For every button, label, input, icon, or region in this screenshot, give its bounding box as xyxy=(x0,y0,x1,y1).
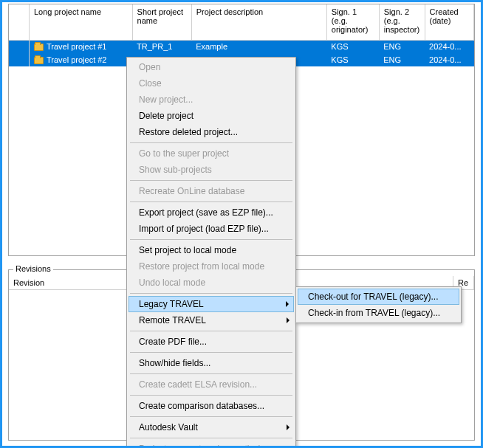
chevron-right-icon xyxy=(287,317,290,323)
col-header-handle[interactable] xyxy=(9,4,29,40)
menu-separator xyxy=(130,293,292,294)
menu-autodesk-vault[interactable]: Autodesk Vault xyxy=(129,419,294,435)
cell-s2: ENG xyxy=(379,40,425,53)
menu-separator xyxy=(130,416,292,417)
col-header-sign2[interactable]: Sign. 2 (e.g. inspector) xyxy=(379,4,425,40)
menu-create-pdf[interactable]: Create PDF file... xyxy=(129,334,294,350)
menu-elsa-revision[interactable]: Create cadett ELSA revision... xyxy=(129,376,294,393)
menu-export-ezp[interactable]: Export project (save as EZP file)... xyxy=(129,204,294,221)
col-header-desc[interactable]: Project description xyxy=(191,4,326,40)
cell-date: 2024-0... xyxy=(425,40,473,53)
menu-recreate-online[interactable]: Recreate OnLine database xyxy=(129,183,294,199)
cell-date: 2024-0... xyxy=(425,53,473,66)
menu-separator xyxy=(130,331,292,331)
menu-restore-deleted[interactable]: Restore deleted project... xyxy=(129,124,294,140)
menu-legacy-travel[interactable]: Legacy TRAVEL xyxy=(129,296,294,312)
menu-separator xyxy=(130,180,292,181)
table-row[interactable]: Travel project #1 TR_PR_1 Example KGS EN… xyxy=(9,40,474,53)
menu-separator xyxy=(130,438,292,438)
menu-separator xyxy=(130,142,292,143)
submenu-checkin[interactable]: Check-in from TRAVEL (legacy)... xyxy=(298,305,459,321)
menu-delete-project[interactable]: Delete project xyxy=(129,108,294,124)
menu-remote-travel[interactable]: Remote TRAVEL xyxy=(129,312,294,328)
cell-short: TR_PR_1 xyxy=(132,40,191,53)
menu-new-project[interactable]: New project... xyxy=(129,92,294,108)
col-header-created[interactable]: Created (date) xyxy=(425,4,473,40)
menu-legacy-label: Legacy TRAVEL xyxy=(139,299,204,309)
menu-undo-local[interactable]: Undo local mode xyxy=(129,275,294,291)
chevron-right-icon xyxy=(287,424,290,430)
legacy-travel-submenu: Check-out for TRAVEL (legacy)... Check-i… xyxy=(295,286,462,323)
cell-s1: KGS xyxy=(326,53,379,66)
menu-project-params[interactable]: Project parameters (properties)... xyxy=(129,441,294,448)
menu-go-super[interactable]: Go to the super project xyxy=(129,145,294,162)
menu-close[interactable]: Close xyxy=(129,75,294,92)
menu-separator xyxy=(130,201,292,202)
menu-set-local[interactable]: Set project to local mode xyxy=(129,242,294,258)
cell-name: Travel project #1 xyxy=(47,42,107,51)
menu-separator xyxy=(130,373,292,374)
menu-open[interactable]: Open xyxy=(129,59,294,75)
menu-comparison-db[interactable]: Create comparison databases... xyxy=(129,398,294,414)
folder-icon xyxy=(34,57,44,64)
context-menu: Open Close New project... Delete project… xyxy=(126,57,296,448)
cell-desc: Example xyxy=(191,40,326,53)
menu-separator xyxy=(130,239,292,240)
menu-show-sub[interactable]: Show sub-projects xyxy=(129,162,294,178)
col-header-short[interactable]: Short project name xyxy=(132,4,191,40)
submenu-checkout[interactable]: Check-out for TRAVEL (legacy)... xyxy=(298,289,459,305)
menu-show-hide-fields[interactable]: Show/hide fields... xyxy=(129,355,294,371)
cell-s1: KGS xyxy=(326,40,379,53)
menu-separator xyxy=(130,352,292,353)
menu-restore-local[interactable]: Restore project from local mode xyxy=(129,258,294,275)
menu-vault-label: Autodesk Vault xyxy=(139,422,198,433)
col-header-sign1[interactable]: Sign. 1 (e.g. originator) xyxy=(326,4,379,40)
cell-name: Travel project #2 xyxy=(47,55,107,64)
folder-icon xyxy=(34,44,44,51)
menu-separator xyxy=(130,395,292,396)
menu-import-ezp[interactable]: Import of project (load EZP file)... xyxy=(129,221,294,237)
chevron-right-icon xyxy=(286,301,289,307)
cell-s2: ENG xyxy=(379,53,425,66)
col-header-name[interactable]: Long project name xyxy=(29,4,132,40)
revisions-label: Revisions xyxy=(13,264,53,273)
menu-remote-label: Remote TRAVEL xyxy=(139,315,206,325)
